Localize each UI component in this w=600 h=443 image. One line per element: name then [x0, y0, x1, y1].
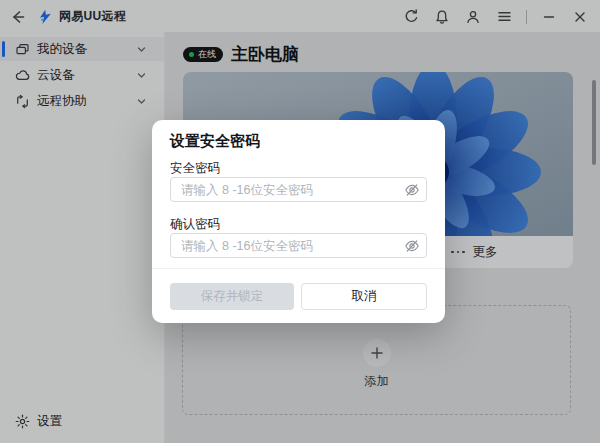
- confirm-password-label: 确认密码: [170, 216, 220, 233]
- dialog-title: 设置安全密码: [170, 132, 260, 151]
- confirm-password-input[interactable]: [171, 234, 398, 257]
- dialog-footer: 保存并锁定 取消: [152, 268, 445, 323]
- set-password-dialog: 设置安全密码 安全密码 确认密码 保存并锁定 取消: [152, 120, 445, 323]
- password-label: 安全密码: [170, 160, 220, 177]
- save-button[interactable]: 保存并锁定: [170, 283, 294, 310]
- eye-off-icon[interactable]: [398, 178, 426, 201]
- eye-off-icon[interactable]: [398, 234, 426, 257]
- confirm-password-field-wrap: [170, 233, 427, 258]
- password-field-wrap: [170, 177, 427, 202]
- cancel-button[interactable]: 取消: [301, 283, 427, 310]
- app-window: 网易UU远程: [0, 0, 600, 443]
- password-input[interactable]: [171, 178, 398, 201]
